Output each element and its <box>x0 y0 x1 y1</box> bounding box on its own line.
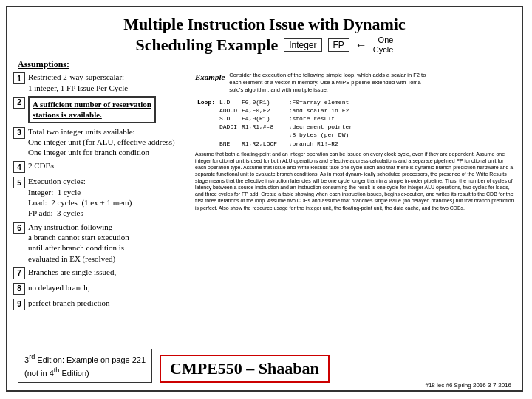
example-intro: Consider the execution of the following … <box>229 72 426 93</box>
right-column: Example Consider the execution of the fo… <box>195 72 516 313</box>
assumption-5: 5 Execution cycles: Integer: 1 cycle Loa… <box>13 176 191 218</box>
assumption-7-text: Branches are single issued, <box>28 267 116 277</box>
fp-tag: FP <box>328 38 349 52</box>
num-8: 8 <box>13 283 25 295</box>
assumption-1-text: Restricted 2-way superscalar:1 integer, … <box>28 72 128 93</box>
code-row: BNE R1,R2,LOOP ;branch R1!=R2 <box>195 140 355 148</box>
num-4: 4 <box>13 161 25 173</box>
assumption-1: 1 Restricted 2-way superscalar:1 integer… <box>13 72 191 93</box>
footer-note: #18 lec #6 Spring 2016 3-7-2016 <box>425 382 511 389</box>
assumption-3: 3 Total two integer units available: One… <box>13 126 191 158</box>
cmpe-text: CMPE550 – Shaaban <box>170 359 319 378</box>
code-row: ;8 bytes (per DW) <box>195 131 355 139</box>
num-1: 1 <box>13 72 25 84</box>
num-3: 3 <box>13 127 25 139</box>
num-6: 6 <box>13 222 25 234</box>
assumption-8-text: no delayed branch, <box>28 282 89 293</box>
one-cycle-label: OneCycle <box>373 35 394 55</box>
example-body: Assume that both a floating-point and an… <box>195 151 516 211</box>
subtitle-row: Scheduling Example Integer FP ← OneCycle <box>7 35 522 55</box>
code-table: Loop: L.D F0,0(R1) ;F0=array element ADD… <box>195 98 355 148</box>
assumption-3-text: Total two integer units available: One i… <box>28 126 175 158</box>
subtitle-text: Scheduling Example <box>136 35 279 55</box>
edition-text: 3rd Edition: Example on page 221(not in … <box>24 355 146 378</box>
assumption-9-text: perfect branch prediction <box>28 298 110 308</box>
assumptions-label: Assumptions: <box>18 59 522 70</box>
assumption-4: 4 2 CDBs <box>13 160 191 173</box>
code-row: Loop: L.D F0,0(R1) ;F0=array element <box>195 98 355 106</box>
main-title: Multiple Instruction Issue with Dynamic <box>7 15 522 34</box>
left-column: 1 Restricted 2-way superscalar:1 integer… <box>13 72 191 313</box>
num-9: 9 <box>13 299 25 310</box>
edition-box: 3rd Edition: Example on page 221(not in … <box>18 349 152 383</box>
code-row: S.D F4,0(R1) ;store result <box>195 115 355 123</box>
num-5: 5 <box>13 177 25 188</box>
assumption-7: 7 Branches are single issued, <box>13 267 191 279</box>
assumption-8: 8 no delayed branch, <box>13 282 191 295</box>
code-row: ADD.D F4,F0,F2 ;add scalar in F2 <box>195 106 355 115</box>
cmpe-box: CMPE550 – Shaaban <box>160 355 330 383</box>
content-area: 1 Restricted 2-way superscalar:1 integer… <box>7 72 522 313</box>
assumption-6: 6 Any instruction following a branch can… <box>13 222 191 264</box>
title-area: Multiple Instruction Issue with Dynamic … <box>7 7 522 58</box>
assumption-5-text: Execution cycles: Integer: 1 cycle Load:… <box>28 176 132 218</box>
num-7: 7 <box>13 267 25 279</box>
example-header: Example <box>195 72 225 95</box>
assumption-4-text: 2 CDBs <box>28 160 54 171</box>
assumption-6-text: Any instruction following a branch canno… <box>28 222 129 264</box>
integer-tag: Integer <box>284 38 321 52</box>
num-2: 2 <box>13 97 25 109</box>
code-row: DADDI R1,R1,#-8 ;decrement pointer <box>195 123 355 131</box>
assumption-2-text: A sufficient number of reservationstatio… <box>28 96 156 123</box>
assumption-9: 9 perfect branch prediction <box>13 298 191 310</box>
assumption-2: 2 A sufficient number of reservationstat… <box>13 96 191 123</box>
arrow-icon: ← <box>355 38 367 52</box>
